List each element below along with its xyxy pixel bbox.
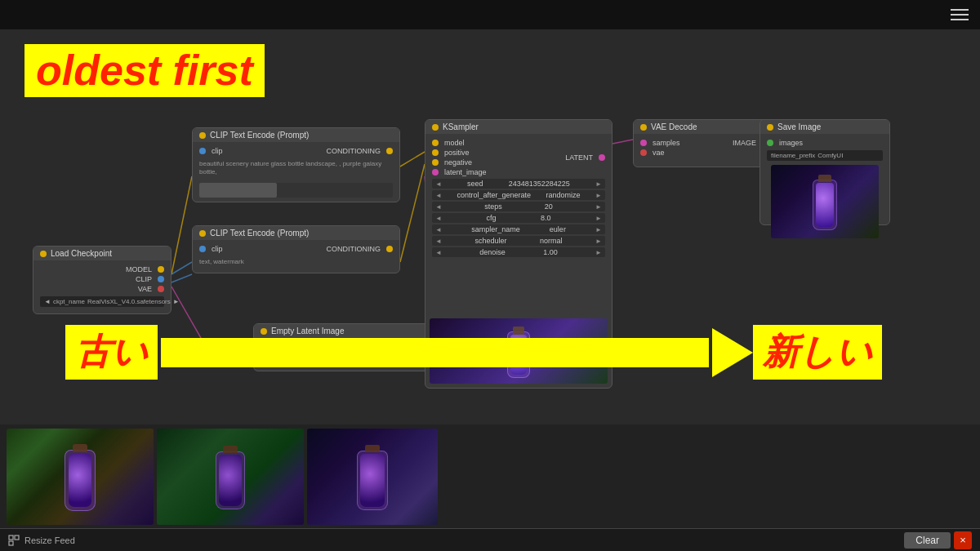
cfg-label: cfg [486,214,496,222]
steps-label: steps [484,202,502,211]
node-title: CLIP Text Encode (Prompt) [210,131,309,140]
node-load-checkpoint-header: Load Checkpoint [33,247,171,260]
output-model-label: MODEL [126,265,152,273]
jp-new-label: 新しい [753,325,882,380]
latent-input: latent_image [432,167,487,177]
control-label: control_after_generate [457,191,531,199]
conditioning-output-2: CONDITIONING [327,244,394,254]
clear-button[interactable]: Clear [904,532,951,549]
clip-text-2-content[interactable]: text, watermark [199,256,393,268]
node-vae-decode-body: samples vae IMAGE [634,134,775,167]
vae-in [640,149,647,156]
samples-label: samples [653,139,680,147]
samples-input: samples [640,138,680,148]
scheduler-field[interactable]: ◄ scheduler normal ► [432,236,605,246]
gallery-item[interactable] [7,429,154,525]
conditioning-connector [386,148,393,154]
clip-input-2: clip [199,244,223,254]
denoise-value: 1.00 [543,248,558,256]
node-clip-text-2-header: CLIP Text Encode (Prompt) [193,226,399,240]
node-dot [767,124,773,131]
images-input: images [767,138,883,148]
node-save-image[interactable]: Save Image images filename_prefix ComfyU… [760,119,890,225]
model-input: model [432,138,487,148]
svg-rect-11 [9,541,13,545]
node-canvas[interactable]: oldest first Load Checkpoint [0,29,980,424]
latent-output-ksampler: LATENT [565,138,605,177]
ckpt-name-field[interactable]: ◄ ckpt_name RealVisXL_V4.0.safetensors ► [40,296,164,307]
node-title: CLIP Text Encode (Prompt) [210,229,309,238]
node-save-image-body: images filename_prefix ComfyUI [760,134,889,247]
jp-old-label: 古い [65,325,158,380]
node-title: Load Checkpoint [51,249,112,258]
node-dot [40,251,47,257]
cfg-field[interactable]: ◄ cfg 8.0 ► [432,213,605,223]
svg-line-7 [612,140,633,144]
svg-line-2 [172,274,192,282]
node-clip-text-encode-2[interactable]: CLIP Text Encode (Prompt) clip CONDITION… [192,225,400,273]
sampler-name-field[interactable]: ◄ sampler_name euler ► [432,224,605,234]
denoise-label: denoise [479,248,506,256]
node-load-checkpoint-body: MODEL CLIP VAE ◄ ckpt_name RealVisXL_V4.… [33,260,171,313]
conditioning-label: CONDITIONING [327,147,381,155]
model-label: model [444,139,465,147]
sampler-name-value: euler [550,225,566,233]
resize-feed-icon [8,535,20,546]
scheduler-label: scheduler [474,237,506,245]
title-text: oldest first [36,47,253,94]
close-button[interactable]: × [954,531,972,549]
gallery-item[interactable] [307,429,438,525]
seed-field[interactable]: ◄ seed 243481352284225 ► [432,179,605,189]
clip-in-connector-2 [199,246,206,252]
latent-label: latent_image [444,168,487,176]
gallery-image-1 [7,429,154,525]
node-vae-decode-header: VAE Decode [634,120,775,134]
node-clip-text-encode-1[interactable]: CLIP Text Encode (Prompt) clip CONDITION… [192,127,400,202]
status-left: Resize Feed [8,535,75,546]
node-load-checkpoint[interactable]: Load Checkpoint MODEL CLIP VAE ◄ ckpt_na [33,246,172,314]
cfg-value: 8.0 [541,214,551,222]
negative-input: negative [432,158,487,167]
svg-rect-10 [15,535,19,540]
control-after-field[interactable]: ◄ control_after_generate randomize ► [432,190,605,200]
latent-out-connector [599,154,605,161]
positive-label: positive [444,149,470,157]
vae-in-label: vae [653,149,665,157]
steps-field[interactable]: ◄ steps 20 ► [432,202,605,211]
menu-button[interactable] [951,9,969,20]
clip-input: clip [199,146,223,156]
node-title: Save Image [777,122,821,131]
arrow-left-icon: ◄ [44,298,51,305]
image-gallery [0,424,980,528]
arrow-right-icon: ► [173,298,180,305]
ckpt-value: RealVisXL_V4.0.safetensors [87,298,171,305]
clip-text-1-content[interactable]: beautiful scenery nature glass bottle la… [199,158,393,179]
conditioning-connector-2 [386,246,393,252]
node-save-image-header: Save Image [760,120,889,134]
save-image-preview [771,165,879,238]
node-ksampler-header: KSampler [425,120,612,134]
node-dot [432,124,439,131]
image-out-label: IMAGE [733,139,756,147]
model-in [432,140,439,146]
gallery-image-2 [157,429,304,525]
clip-input-label: clip [212,147,223,155]
node-dot [199,230,206,237]
status-bar: Resize Feed Clear × [0,528,980,551]
output-clip-label: CLIP [136,275,152,283]
control-value: randomize [546,191,581,199]
filename-prefix-field[interactable]: filename_prefix ComfyUI [767,150,883,161]
clip-input-label-2: clip [212,245,223,253]
gallery-item[interactable] [157,429,304,525]
status-right: Clear × [904,531,972,549]
gallery-image-3 [307,429,438,525]
clip-connector [158,276,164,282]
denoise-field[interactable]: ◄ denoise 1.00 ► [432,247,605,257]
nodes-container: Load Checkpoint MODEL CLIP VAE ◄ ckpt_na [33,111,964,359]
node-clip-text-1-body: clip CONDITIONING beautiful scenery natu… [193,142,399,202]
node-vae-decode[interactable]: VAE Decode samples vae [633,119,776,167]
vae-input: vae [640,148,680,158]
positive-in [432,149,439,156]
conditioning-label-2: CONDITIONING [327,245,381,253]
arrow-bar [161,338,709,367]
